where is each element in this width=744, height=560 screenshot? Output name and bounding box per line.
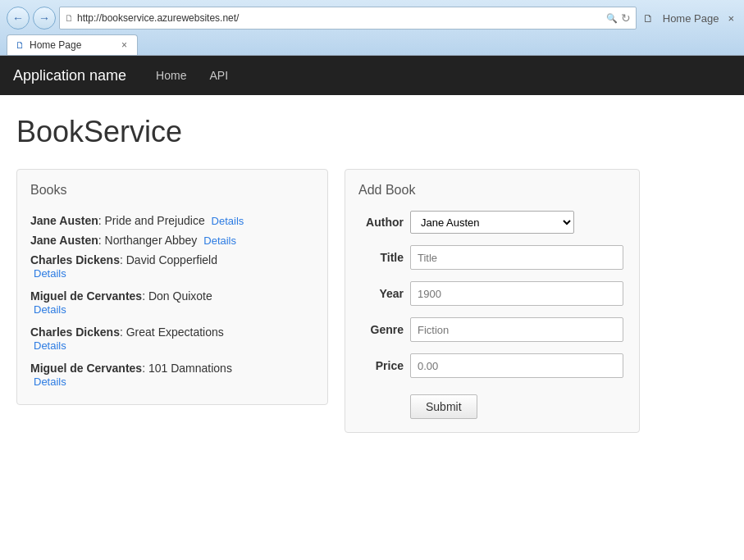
refresh-icon: ↻ [621,11,631,25]
author-row: Author Jane Austen Charles Dickens Migue… [358,211,626,234]
books-panel: Books Jane Austen: Pride and Prejudice D… [16,169,328,405]
list-item: Miguel de Cervantes: Don Quixote Details [30,286,314,319]
tab-bar: 🗋 Home Page × [7,34,737,55]
price-input[interactable] [410,353,623,378]
browser-actions: 🗋 Home Page × [640,11,737,26]
book-author: Jane Austen [30,234,98,247]
details-link[interactable]: Details [34,303,66,316]
browser-toolbar: ← → 🗋 http://bookservice.azurewebsites.n… [7,7,737,30]
list-item: Charles Dickens: Great Expectations Deta… [30,322,314,355]
book-title: Don Quixote [148,289,212,303]
book-title: Pride and Prejudice [105,214,205,227]
tab-close-btn[interactable]: × [121,39,127,51]
book-title: Great Expectations [126,326,224,339]
add-book-panel: Add Book Author Jane Austen Charles Dick… [345,169,640,433]
panels: Books Jane Austen: Pride and Prejudice D… [16,169,728,433]
title-row: Title [358,245,626,270]
details-link[interactable]: Details [203,234,236,247]
add-book-panel-title: Add Book [358,183,626,198]
main-content: BookService Books Jane Austen: Pride and… [0,95,744,453]
page-heading: BookService [16,115,728,149]
tab-label: Home Page [30,39,81,51]
address-bar[interactable]: 🗋 http://bookservice.azurewebsites.net/ … [59,7,637,30]
book-author: Miguel de Cervantes [30,289,142,303]
details-link[interactable]: Details [212,215,244,227]
title-input[interactable] [410,245,623,270]
nav-api-link[interactable]: API [199,64,238,87]
price-label: Price [358,359,404,372]
book-title: Northanger Abbey [105,234,198,247]
book-author: Charles Dickens [30,253,120,266]
tab-close-header[interactable]: × [724,11,737,26]
back-button[interactable]: ← [7,7,30,30]
book-title: David Copperfield [126,253,217,266]
details-link[interactable]: Details [34,267,66,280]
nav-links: Home API [146,64,238,87]
price-row: Price [358,353,626,378]
books-panel-title: Books [30,183,314,198]
tab-page-icon: 🗋 [16,40,25,50]
nav-home-link[interactable]: Home [146,64,196,87]
list-item: Charles Dickens: David Copperfield Detai… [30,250,314,283]
year-input[interactable] [410,281,623,306]
list-item: Jane Austen: Northanger Abbey Details [30,230,314,250]
book-author: Charles Dickens [30,326,120,339]
list-item: Jane Austen: Pride and Prejudice Details [30,211,314,230]
genre-row: Genre [358,317,626,342]
forward-button[interactable]: → [33,7,56,30]
year-label: Year [358,287,404,300]
author-select[interactable]: Jane Austen Charles Dickens Miguel de Ce… [410,211,574,234]
navbar: Application name Home API [0,56,744,95]
tab-icon-header: 🗋 [640,11,657,26]
book-title: 101 Damnations [148,362,232,375]
book-author: Miguel de Cervantes [30,362,142,375]
year-row: Year [358,281,626,306]
author-label: Author [358,216,404,229]
page-icon: 🗋 [65,13,74,23]
book-list: Jane Austen: Pride and Prejudice Details… [30,211,314,391]
nav-brand: Application name [13,67,126,84]
search-icon: 🔍 [606,13,618,24]
title-label: Title [358,251,404,264]
active-tab[interactable]: 🗋 Home Page × [7,34,138,55]
address-text: http://bookservice.azurewebsites.net/ [77,12,603,24]
list-item: Miguel de Cervantes: 101 Damnations Deta… [30,358,314,391]
submit-button[interactable]: Submit [410,394,477,419]
tab-title-header: Home Page [660,11,723,26]
genre-label: Genre [358,323,404,336]
browser-chrome: ← → 🗋 http://bookservice.azurewebsites.n… [0,0,744,56]
genre-input[interactable] [410,317,623,342]
details-link[interactable]: Details [34,339,66,352]
details-link[interactable]: Details [34,376,66,388]
book-author: Jane Austen [30,214,98,227]
